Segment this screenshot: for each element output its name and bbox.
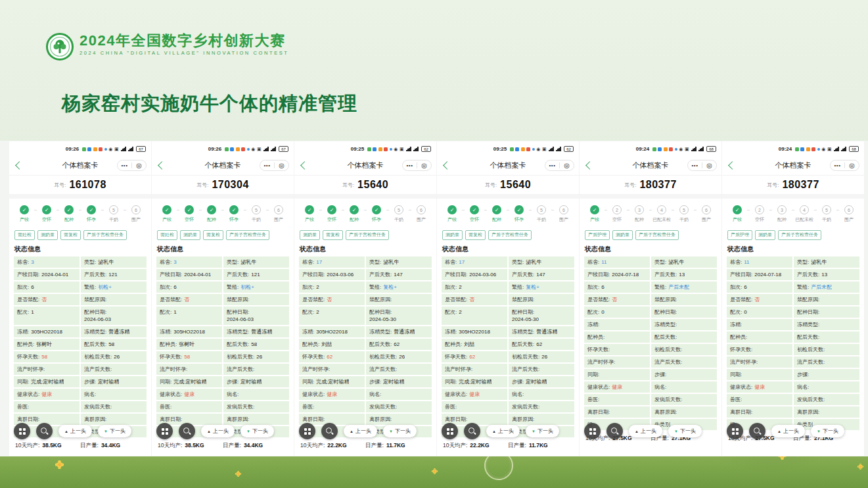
production-label: 日产量: [80, 442, 99, 450]
field-value: 泌乳牛 [240, 259, 256, 265]
search-button[interactable] [464, 423, 480, 439]
info-cell: 病名: [794, 381, 859, 393]
info-row: 配次:0配种日期: [584, 306, 717, 318]
field-label: 流产后天数: [654, 359, 682, 365]
menu-grid-button[interactable] [442, 423, 458, 439]
field-value: 6 [744, 284, 746, 290]
search-button[interactable] [606, 423, 623, 439]
search-button[interactable] [36, 423, 53, 439]
info-cell: 病名: [509, 389, 574, 400]
menu-grid-button[interactable] [584, 423, 601, 439]
field-label: 类型: [227, 259, 239, 265]
field-label: 冻精类型: [512, 329, 534, 335]
previous-cow-button[interactable]: ▲上一头 [771, 425, 805, 437]
close-target-button[interactable]: ◎ [132, 160, 146, 170]
search-button[interactable] [179, 423, 195, 439]
field-label: 配次: [730, 309, 742, 315]
production-label: 日产量: [365, 442, 384, 450]
info-cell: 配种日期: [651, 306, 717, 318]
previous-cow-button[interactable]: ▲上一头 [344, 425, 377, 437]
info-row: 健康状态:健康病名: [727, 381, 859, 393]
next-cow-button[interactable]: ▼下一头 [98, 425, 131, 437]
app-icon-blue [658, 147, 662, 151]
field-label: 配种日期: [512, 309, 534, 315]
close-target-button[interactable]: ◎ [702, 160, 716, 170]
info-cell: 步骤:定时输精 [81, 376, 147, 387]
previous-cow-button[interactable]: ▲上一头 [58, 425, 92, 437]
ear-tag-label: 耳号: [342, 182, 354, 189]
info-row: 产犊日期:2024-07-18产后天数:13 [727, 269, 859, 280]
step-配种: ✓配种 [487, 205, 507, 223]
field-label: 怀孕天数: [17, 354, 39, 360]
signal-icon [841, 147, 846, 151]
info-cell: 产犊日期:2024-04-01 [156, 269, 222, 280]
status-section-title: 状态信息 [9, 241, 151, 256]
menu-grid-button[interactable] [299, 423, 315, 439]
task-tag: 测奶量 [37, 230, 58, 240]
more-button[interactable]: ••• [118, 160, 131, 170]
search-button[interactable] [749, 423, 765, 439]
previous-cow-button[interactable]: ▲上一头 [486, 425, 520, 437]
more-button[interactable]: ••• [403, 160, 417, 170]
menu-grid-button[interactable] [14, 423, 30, 439]
next-cow-button[interactable]: ▼下一头 [811, 425, 844, 437]
info-cell: 产犊日期:2024-03-06 [299, 269, 365, 280]
field-label: 初检后天数: [369, 354, 397, 360]
field-label: 兽医: [445, 404, 457, 410]
info-cell: 流产时怀孕: [727, 356, 792, 368]
info-cell: 配种日期:2024-05-30 [366, 306, 432, 325]
field-label: 配后天数: [369, 341, 392, 347]
close-target-button[interactable]: ◎ [845, 160, 859, 170]
status-bar: 09:25◉▣62 [294, 141, 436, 155]
next-cow-button[interactable]: ▼下一头 [383, 425, 417, 437]
step-check-icon: ✓ [42, 205, 51, 214]
menu-grid-button[interactable] [727, 423, 743, 439]
info-cell: 禁配原因: [81, 294, 147, 305]
menu-grid-button[interactable] [156, 423, 173, 439]
step-check-icon: ✓ [733, 205, 742, 214]
field-value: 普通冻精 [536, 329, 557, 335]
info-row: 健康状态:健康病名: [584, 381, 717, 393]
info-row: 兽医:发病后天数: [156, 401, 289, 412]
step-label: 空怀 [470, 216, 479, 223]
info-cell: 离群日期: [584, 406, 650, 418]
info-cell: 配次:1 [156, 306, 222, 325]
field-value: 完成:定时输精 [173, 379, 206, 385]
info-row: 产犊日期:2024-04-01产后天数:121 [14, 269, 147, 280]
field-value: 121 [251, 272, 260, 278]
more-button[interactable]: ••• [260, 160, 274, 170]
info-cell: 栋舍:3 [14, 256, 80, 268]
signal-icon [128, 147, 133, 151]
previous-cow-button[interactable]: ▲上一头 [629, 425, 662, 437]
production-cell: 10天均产:22.2KG [443, 442, 508, 450]
close-target-button[interactable]: ◎ [417, 160, 431, 170]
close-target-button[interactable]: ◎ [560, 160, 574, 170]
field-label: 离群日期: [160, 416, 182, 422]
more-button[interactable]: ••• [545, 160, 559, 170]
field-label: 兽医: [730, 397, 742, 403]
step-配种: 3配种 [629, 205, 649, 223]
next-cow-label: 下一头 [110, 427, 126, 435]
step-label: 空怀 [327, 216, 336, 223]
close-target-button[interactable]: ◎ [275, 160, 288, 170]
info-row: 产犊日期:2024-03-06产后天数:147 [442, 269, 574, 280]
field-label: 繁殖: [654, 284, 666, 290]
production-cell: 日产量:34.4KG [80, 442, 145, 450]
field-label: 产后天数: [512, 272, 534, 278]
next-cow-button[interactable]: ▼下一头 [526, 425, 559, 437]
previous-cow-button[interactable]: ▲上一头 [201, 425, 235, 437]
next-cow-button[interactable]: ▼下一头 [668, 425, 702, 437]
more-button[interactable]: ••• [831, 160, 844, 170]
info-cell: 是否禁配:否 [584, 294, 650, 305]
info-row: 胎次:2繁殖:复检+ [299, 281, 432, 293]
step-number: 6 [844, 205, 854, 214]
field-value: 2024-07-18 [612, 272, 639, 278]
search-button[interactable] [321, 423, 338, 439]
next-cow-button[interactable]: ▼下一头 [240, 425, 274, 437]
status-time: 09:24 [636, 146, 649, 152]
step-number: 6 [131, 205, 141, 214]
miniprogram-capsule: •••◎ [830, 160, 859, 171]
more-button[interactable]: ••• [688, 160, 702, 170]
phone-screenshot-6: 09:24◉▣68个体档案卡•••◎耳号:180377✓产犊2空怀3配种4已配未… [722, 141, 864, 456]
nav-bar: 个体档案卡•••◎ [152, 155, 294, 176]
